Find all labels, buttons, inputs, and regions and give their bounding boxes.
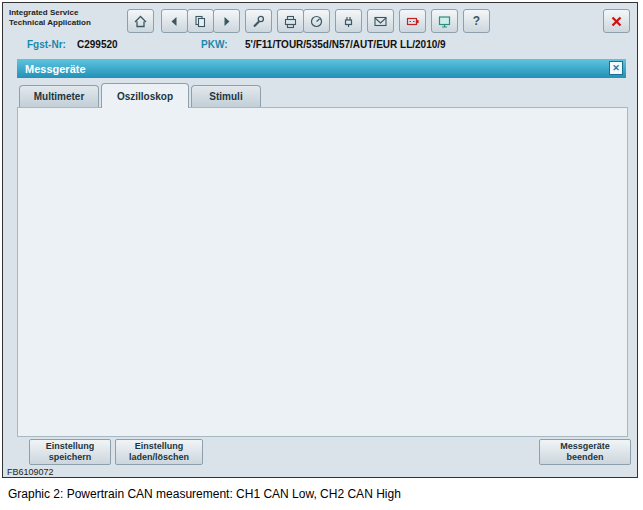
battery-icon [405, 14, 420, 29]
service-plan-button[interactable] [245, 9, 272, 33]
save-settings-line2: speichern [49, 452, 92, 463]
help-button[interactable]: ? [463, 9, 490, 33]
end-messgeraete-line1: Messgeräte [560, 441, 610, 452]
close-icon [609, 14, 624, 29]
application-window: Integrated Service Technical Application… [2, 2, 638, 478]
app-title-line2: Technical Application [9, 18, 91, 28]
connector-button[interactable] [335, 9, 362, 33]
forward-icon [219, 14, 234, 29]
load-settings-line1: Einstellung [135, 441, 184, 452]
mail-button[interactable] [367, 9, 394, 33]
figure-caption: Graphic 2: Powertrain CAN measurement: C… [8, 487, 401, 501]
tab-multimeter[interactable]: Multimeter [19, 85, 99, 107]
tab-multimeter-label: Multimeter [34, 91, 85, 102]
measurement-button[interactable] [303, 9, 330, 33]
save-settings-line1: Einstellung [46, 441, 95, 452]
app-title-line1: Integrated Service [9, 8, 91, 18]
forward-button[interactable] [213, 9, 240, 33]
print-button[interactable] [277, 9, 304, 33]
vin-value: C299520 [77, 39, 118, 50]
documents-button[interactable] [187, 9, 214, 33]
mail-icon [373, 14, 388, 29]
battery-button[interactable] [399, 9, 426, 33]
wrench-icon [251, 14, 266, 29]
load-settings-line2: laden/löschen [129, 452, 189, 463]
close-app-button[interactable] [603, 9, 630, 33]
help-icon: ? [473, 14, 480, 28]
back-icon [167, 14, 182, 29]
back-button[interactable] [161, 9, 188, 33]
home-button[interactable] [127, 9, 154, 33]
tab-stimuli-label: Stimuli [209, 91, 242, 102]
home-icon [133, 14, 148, 29]
tab-stimuli[interactable]: Stimuli [191, 85, 261, 107]
connector-icon [341, 14, 356, 29]
tab-oszilloskop-label: Oszilloskop [117, 91, 173, 102]
monitor-button[interactable] [431, 9, 458, 33]
dialog-titlebar: Messgeräte ✕ [17, 59, 626, 78]
app-title: Integrated Service Technical Application [9, 8, 91, 28]
load-settings-button[interactable]: Einstellung laden/löschen [115, 439, 203, 465]
save-settings-button[interactable]: Einstellung speichern [29, 439, 111, 465]
end-messgeraete-line2: beenden [566, 452, 603, 463]
gauge-icon [309, 14, 324, 29]
tab-oszilloskop[interactable]: Oszilloskop [101, 83, 189, 108]
oscilloscope-panel [17, 107, 628, 437]
figure-code: FB6109072 [7, 467, 54, 477]
dialog-title: Messgeräte [25, 63, 86, 75]
end-messgeraete-button[interactable]: Messgeräte beenden [539, 439, 631, 465]
documents-icon [193, 14, 208, 29]
dialog-close-button[interactable]: ✕ [609, 61, 623, 75]
printer-icon [283, 14, 298, 29]
monitor-icon [437, 14, 452, 29]
close-x-icon: ✕ [612, 63, 620, 73]
vehicle-label: PKW: [201, 39, 227, 50]
vehicle-value: 5'/F11/TOUR/535d/N57/AUT/EUR LL/2010/9 [245, 39, 446, 50]
vin-label: Fgst-Nr: [27, 39, 66, 50]
